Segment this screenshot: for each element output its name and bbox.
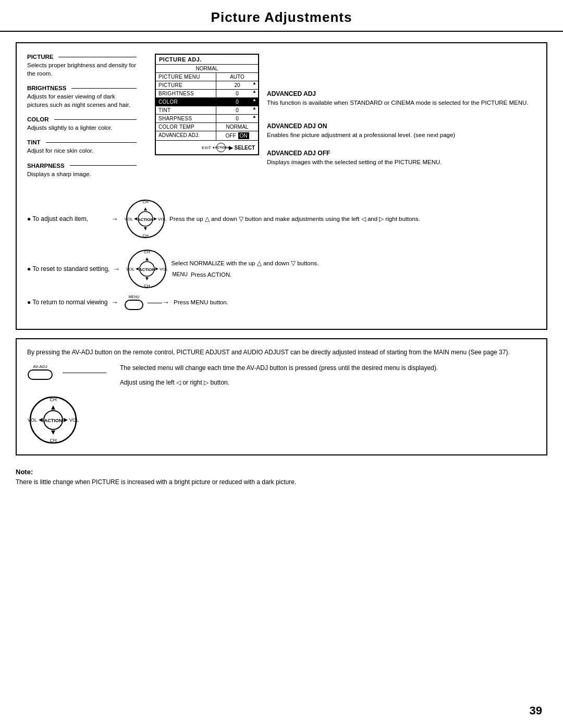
bottom-right: The selected menu will change each time … [120, 364, 536, 386]
menu-action-row: EXIT ◄ACTION► ▶ SELECT [156, 140, 258, 154]
svg-marker-32 [39, 418, 43, 422]
nav-desc-adjust: Press the up △ and down ▽ button and mak… [169, 215, 420, 223]
label-picture-desc: Selects proper brightness and density fo… [27, 61, 137, 78]
bottom-nav-item-2: Adjust using the left ◁ or right ▷ butto… [120, 379, 536, 386]
menu-label-color-temp: COLOR TEMP [156, 123, 216, 131]
arrow-icon-return: → [111, 298, 118, 306]
svg-text:VOL: VOL [158, 217, 166, 221]
menu-btn-shape [125, 300, 143, 310]
av-adj-label-text: AV-ADJ [33, 364, 47, 369]
menu-row-brightness: BRIGHTNESS 0 ▲ [156, 89, 258, 97]
note-title: Note: [16, 468, 547, 476]
menu-row-picture-menu: PICTURE MENU AUTO [156, 72, 258, 81]
dpad-bottom: ACTION CH CH VOL VOL [27, 394, 79, 446]
page-number: 39 [530, 704, 542, 718]
label-sharpness-desc: Displays a sharp image. [27, 170, 137, 178]
menu-label-advanced-adj: ADVANCED ADJ. [156, 131, 216, 140]
menu-values-advanced-adj: OFF ON [216, 131, 258, 140]
dpad-reset: ACTION CH CH VOL VOL [126, 248, 168, 290]
label-sharpness: SHARPNESS Displays a sharp image. [27, 163, 137, 178]
svg-marker-31 [51, 430, 55, 435]
menu-box: PICTURE ADJ. NORMAL PICTURE MENU AUTO PI… [155, 54, 259, 155]
dpad-svg-reset: ACTION CH CH VOL VOL [126, 248, 168, 290]
menu-label-sharpness: SHARPNESS [156, 115, 216, 122]
bottom-nav-items: The selected menu will change each time … [120, 364, 536, 386]
menu-btn-label: MENU [129, 295, 140, 299]
exit-label: EXIT [202, 145, 211, 150]
title-line-sharpness [70, 165, 137, 166]
label-color: COLOR Adjusts slightly to a lighter colo… [27, 116, 137, 132]
label-tint-desc: Adjust for nice skin color. [27, 146, 137, 155]
svg-marker-9 [134, 217, 137, 220]
menu-label-picture-menu: PICTURE MENU [156, 73, 216, 81]
svg-text:VOL: VOL [125, 217, 133, 221]
adv-off-label: OFF [226, 133, 236, 139]
label-color-desc: Adjusts slightly to a lighter color. [27, 124, 137, 132]
label-brightness-desc: Adjusts for easier viewing of dark pictu… [27, 92, 137, 109]
menu-label-text: MENU [172, 272, 187, 277]
svg-marker-8 [144, 227, 147, 230]
bottom-intro-text: By pressing the AV-ADJ button on the rem… [27, 348, 536, 357]
arrow-up-picture: ▲ [252, 81, 256, 85]
svg-text:CH: CH [50, 438, 57, 443]
reset-desc-block: Select NORMALIZE with the up △ and down … [171, 259, 319, 279]
arrow-up-brightness: ▲ [252, 90, 256, 94]
svg-text:CH: CH [142, 200, 149, 204]
svg-text:VOL: VOL [69, 417, 79, 423]
menu-value-picture-menu: AUTO [216, 73, 258, 81]
menu-row-color: COLOR 0 ▲ [156, 97, 258, 106]
nav-desc-reset: Select NORMALIZE with the up △ and down … [171, 259, 319, 267]
top-box-layout: PICTURE Selects proper brightness and de… [27, 54, 536, 186]
svg-text:ACTION: ACTION [139, 267, 155, 272]
note-section: Note: There is little change when PICTUR… [0, 464, 563, 492]
menu-title: PICTURE ADJ. [156, 55, 258, 64]
svg-marker-10 [154, 217, 157, 220]
arrow-icon-reset: → [113, 265, 120, 273]
bottom-nav-item-1: The selected menu will change each time … [120, 364, 536, 372]
annotation-adv-on-desc: Enables fine picture adjustment at a pro… [267, 131, 536, 139]
action-text: ◄ACTION► [212, 146, 230, 149]
select-label: ▶ SELECT [229, 145, 255, 151]
label-picture: PICTURE Selects proper brightness and de… [27, 54, 137, 78]
top-box: PICTURE Selects proper brightness and de… [16, 42, 547, 330]
svg-marker-19 [145, 277, 149, 280]
dpad-bottom-svg: ACTION CH CH VOL VOL [27, 394, 79, 446]
title-line-brightness [71, 88, 137, 89]
annotation-advanced-adj-on: ADVANCED ADJ ON Enables fine picture adj… [267, 122, 536, 139]
svg-marker-33 [64, 418, 68, 422]
label-sharpness-title: SHARPNESS [27, 163, 137, 169]
svg-text:CH: CH [144, 283, 151, 288]
note-text: There is little change when PICTURE is i… [16, 477, 547, 487]
svg-text:VOL: VOL [160, 267, 168, 272]
menu-label-brightness: BRIGHTNESS [156, 90, 216, 97]
svg-marker-7 [144, 207, 147, 211]
menu-value-tint: 0 ▲ [216, 106, 258, 114]
arrow-up-tint: ▲ [252, 106, 256, 110]
bottom-box: By pressing the AV-ADJ button on the rem… [16, 338, 547, 455]
bottom-nav-desc-1: The selected menu will change each time … [120, 364, 438, 372]
labels-col: PICTURE Selects proper brightness and de… [27, 54, 137, 186]
menu-value-normal: NORMAL [156, 65, 258, 72]
svg-marker-21 [155, 267, 158, 270]
press-action-row: MENU Press ACTION. [171, 270, 319, 279]
page-title-area: Picture Adjustments [0, 0, 563, 32]
label-tint: TINT Adjust for nice skin color. [27, 139, 137, 155]
annotations-col: ADVANCED ADJ This function is available … [256, 54, 536, 186]
arrow-up-color: ▲ [252, 98, 256, 102]
nav-bullet-return: ● To return to normal viewing [27, 299, 108, 306]
menu-label-color: COLOR [156, 98, 216, 106]
title-line [58, 57, 137, 57]
av-adj-row: AV-ADJ —————— [27, 364, 109, 380]
annotation-adv-on-title: ADVANCED ADJ ON [267, 122, 536, 130]
arrow-icon-adjust: → [111, 215, 118, 223]
menu-value-picture: 20 ▲ [216, 81, 258, 89]
svg-marker-20 [136, 267, 139, 270]
av-arrow-right: —————— [63, 368, 106, 376]
svg-text:CH: CH [50, 397, 57, 402]
label-color-title: COLOR [27, 116, 137, 122]
dpad-svg-adjust: ACTION CH CH VOL VOL [125, 198, 166, 240]
label-brightness-title: BRIGHTNESS [27, 85, 137, 91]
svg-text:CH: CH [144, 250, 151, 254]
av-adj-svg [27, 369, 53, 380]
nav-desc-press-action: Press ACTION. [191, 270, 232, 279]
